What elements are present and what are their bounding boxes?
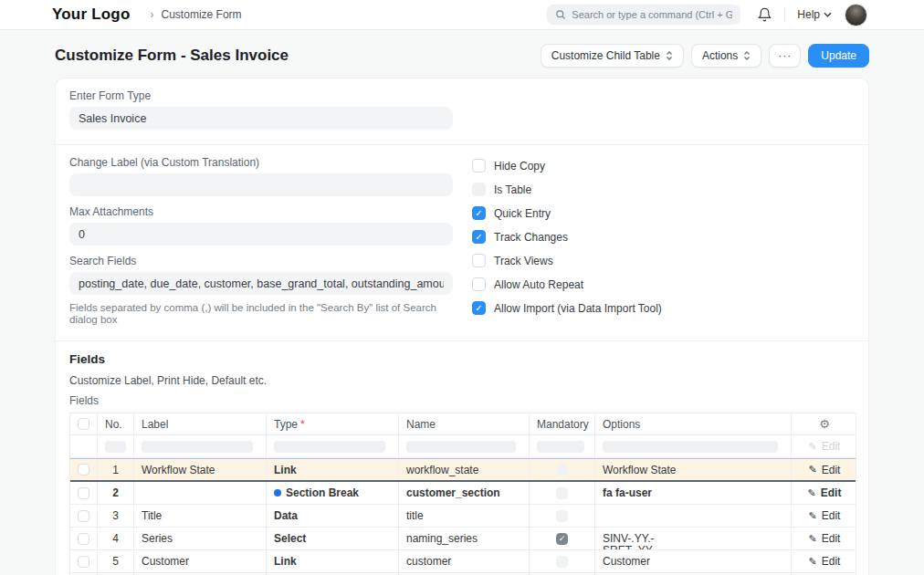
update-button[interactable]: Update <box>808 44 869 68</box>
row-options-cell[interactable]: fa fa-user <box>595 482 792 504</box>
search-fields-input[interactable] <box>69 272 453 295</box>
doctype-flags: Hide CopyIs TableQuick EntryTrack Change… <box>472 156 662 326</box>
filter-cell <box>595 435 792 457</box>
table-row[interactable]: 3TitleDatatitle✎Edit <box>70 505 856 528</box>
edit-button[interactable]: ✎Edit <box>809 509 841 522</box>
checkbox-track-views[interactable] <box>472 254 486 267</box>
select-caret-icon <box>743 50 751 61</box>
filter-input[interactable] <box>537 441 584 453</box>
filter-input[interactable] <box>603 441 778 453</box>
customize-child-table-select[interactable]: Customize Child Table <box>541 44 684 68</box>
required-asterisk: * <box>300 418 305 431</box>
row-name-cell[interactable]: naming_series <box>399 528 530 549</box>
table-row[interactable]: 4SeriesSelectnaming_seriesSINV-.YY.- SRE… <box>70 528 856 550</box>
notifications-bell-icon[interactable] <box>757 7 772 23</box>
form-card: Enter Form Type Change Label (via Custom… <box>55 78 869 575</box>
user-avatar[interactable] <box>845 4 867 26</box>
filter-cell <box>134 435 267 457</box>
row-type-cell[interactable]: Data <box>267 505 399 527</box>
flag-track-views[interactable]: Track Views <box>472 254 662 267</box>
search-input[interactable] <box>572 9 732 20</box>
more-menu-button[interactable]: ··· <box>769 44 801 68</box>
row-name-cell[interactable]: customer <box>399 550 530 572</box>
flag-is-table[interactable]: Is Table <box>472 183 662 196</box>
max-attachments-label: Max Attachments <box>69 205 453 219</box>
row-options-cell[interactable]: SINV-.YY.- SRET-.YY <box>595 528 792 549</box>
app-logo[interactable]: Your Logo <box>52 5 131 24</box>
select-caret-icon <box>666 50 673 61</box>
edit-button[interactable]: ✎Edit <box>809 464 841 476</box>
global-search[interactable] <box>547 5 740 25</box>
column-header-label: No. <box>105 418 122 431</box>
row-options-cell[interactable]: Customer <box>595 550 792 572</box>
flag-allow-auto-repeat[interactable]: Allow Auto Repeat <box>472 277 662 291</box>
row-options-cell[interactable] <box>595 505 792 527</box>
filter-input[interactable] <box>142 441 253 453</box>
edit-label: Edit <box>822 440 841 453</box>
row-select-checkbox[interactable] <box>78 487 89 499</box>
fields-grid: No.LabelType*NameMandatoryOptions⚙ ✎Edit… <box>69 413 856 575</box>
row-name-cell[interactable]: customer_section <box>399 482 530 504</box>
actions-select[interactable]: Actions <box>691 44 761 68</box>
row-label-cell[interactable]: Workflow State <box>134 459 267 480</box>
checkbox-quick-entry[interactable] <box>472 206 486 220</box>
flag-allow-import-via-data-import-tool[interactable]: Allow Import (via Data Import Tool) <box>472 301 662 315</box>
row-name-cell[interactable]: workflow_state <box>399 459 530 480</box>
column-header-label: Label <box>134 413 267 434</box>
fields-heading: Fields <box>69 352 855 366</box>
row-select-cell <box>70 459 98 480</box>
column-header-no: No. <box>98 413 134 434</box>
max-attachments-input[interactable] <box>69 223 453 246</box>
filter-edit-cell: ✎Edit <box>792 435 857 457</box>
table-row[interactable]: 5CustomerLinkcustomerCustomer✎Edit <box>70 550 856 573</box>
row-select-checkbox[interactable] <box>78 556 89 568</box>
breadcrumb-item[interactable]: Customize Form <box>162 8 242 21</box>
help-menu[interactable]: Help <box>797 8 832 21</box>
table-row[interactable]: 2Section Breakcustomer_sectionfa fa-user… <box>70 482 856 505</box>
edit-button[interactable]: ✎Edit <box>809 555 841 568</box>
checkbox-is-table <box>472 183 486 196</box>
row-type-cell[interactable]: Link <box>267 459 399 480</box>
edit-button[interactable]: ✎Edit <box>808 486 842 499</box>
chevron-right-icon: › <box>151 8 154 21</box>
checkbox-hide-copy[interactable] <box>472 159 486 172</box>
checkbox-track-changes[interactable] <box>472 230 486 244</box>
row-label-cell[interactable]: Customer <box>134 550 267 572</box>
row-label-cell[interactable]: Title <box>134 505 267 527</box>
row-type-cell[interactable]: Link <box>267 550 399 572</box>
row-select-checkbox[interactable] <box>78 533 89 545</box>
actions-label: Actions <box>702 49 738 62</box>
grid-settings-cell: ⚙ <box>792 413 857 434</box>
row-label-cell[interactable] <box>134 482 267 504</box>
filter-input[interactable] <box>274 441 385 453</box>
gear-icon[interactable]: ⚙ <box>819 417 830 431</box>
row-edit-cell: ✎Edit <box>792 550 857 572</box>
change-label-input[interactable] <box>69 173 453 196</box>
checkbox-label: Track Views <box>494 255 553 267</box>
row-type-cell[interactable]: Section Break <box>267 482 399 504</box>
mandatory-checkbox <box>556 464 568 476</box>
row-options-cell[interactable]: Workflow State <box>595 459 792 480</box>
search-fields-help: Fields separated by comma (,) will be in… <box>69 302 453 326</box>
flag-track-changes[interactable]: Track Changes <box>472 230 662 244</box>
row-label-cell[interactable]: Series <box>134 528 267 549</box>
checkbox-allow-auto-repeat[interactable] <box>472 277 486 291</box>
row-select-checkbox[interactable] <box>78 510 89 522</box>
column-header-label: Options <box>603 418 640 431</box>
row-name-cell[interactable]: title <box>399 505 530 527</box>
filter-input[interactable] <box>105 441 126 453</box>
mandatory-checkbox <box>556 487 568 499</box>
flag-hide-copy[interactable]: Hide Copy <box>472 159 662 172</box>
row-edit-cell: ✎Edit <box>792 505 857 527</box>
row-type-cell[interactable]: Select <box>267 528 399 549</box>
checkbox-allow-import-via-data-import-tool[interactable] <box>472 301 486 315</box>
select-all-checkbox[interactable] <box>78 418 89 430</box>
row-select-checkbox[interactable] <box>78 464 89 476</box>
flag-quick-entry[interactable]: Quick Entry <box>472 206 662 220</box>
filter-input[interactable] <box>406 441 516 453</box>
form-type-input[interactable] <box>69 107 453 130</box>
section-form-type: Enter Form Type <box>56 78 868 144</box>
edit-button[interactable]: ✎Edit <box>809 532 841 545</box>
table-row[interactable]: 1Workflow StateLinkworkflow_stateWorkflo… <box>70 458 856 482</box>
row-number-cell: 4 <box>98 528 134 549</box>
